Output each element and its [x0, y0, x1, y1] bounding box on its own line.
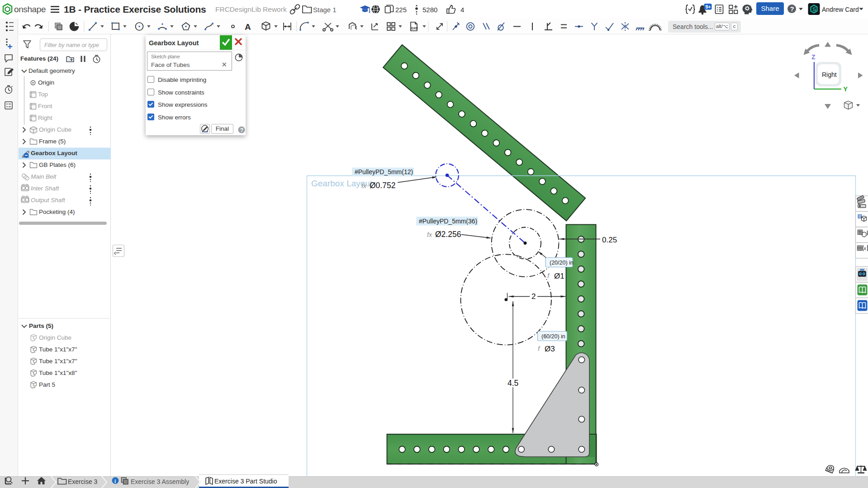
svg-text:?: ?	[240, 127, 243, 133]
